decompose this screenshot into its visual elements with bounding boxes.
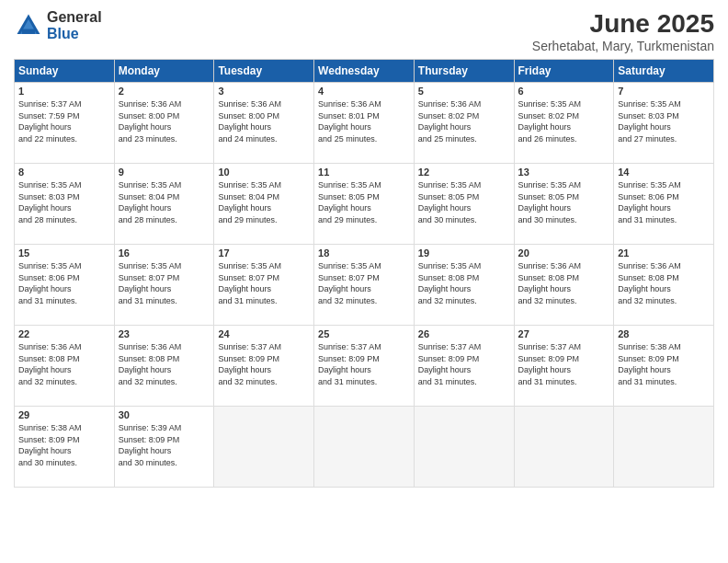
day-info: Sunrise: 5:35 AM Sunset: 8:05 PM Dayligh… bbox=[518, 179, 610, 225]
day-number: 17 bbox=[218, 247, 310, 259]
table-row: 30 Sunrise: 5:39 AM Sunset: 8:09 PM Dayl… bbox=[114, 407, 214, 488]
table-row: 5 Sunrise: 5:36 AM Sunset: 8:02 PM Dayli… bbox=[414, 83, 514, 164]
table-row bbox=[414, 407, 514, 488]
logo-general-text: General bbox=[47, 9, 102, 26]
table-row: 6 Sunrise: 5:35 AM Sunset: 8:02 PM Dayli… bbox=[514, 83, 614, 164]
table-row: 9 Sunrise: 5:35 AM Sunset: 8:04 PM Dayli… bbox=[114, 164, 214, 245]
day-number: 27 bbox=[518, 328, 610, 339]
day-number: 20 bbox=[518, 247, 610, 259]
day-number: 19 bbox=[418, 247, 510, 259]
day-number: 16 bbox=[119, 247, 210, 259]
day-number: 4 bbox=[318, 86, 410, 97]
day-number: 9 bbox=[119, 167, 210, 178]
day-info: Sunrise: 5:35 AM Sunset: 8:03 PM Dayligh… bbox=[618, 98, 710, 144]
day-info: Sunrise: 5:35 AM Sunset: 8:04 PM Dayligh… bbox=[218, 179, 310, 225]
day-number: 22 bbox=[18, 328, 110, 339]
day-number: 1 bbox=[18, 86, 110, 97]
table-row: 16 Sunrise: 5:35 AM Sunset: 8:07 PM Dayl… bbox=[114, 245, 214, 326]
day-info: Sunrise: 5:35 AM Sunset: 8:06 PM Dayligh… bbox=[618, 179, 710, 225]
day-number: 7 bbox=[618, 86, 710, 97]
day-number: 18 bbox=[318, 247, 410, 259]
table-row: 4 Sunrise: 5:36 AM Sunset: 8:01 PM Dayli… bbox=[314, 83, 415, 164]
day-number: 26 bbox=[418, 328, 510, 339]
week-row: 1 Sunrise: 5:37 AM Sunset: 7:59 PM Dayli… bbox=[15, 83, 714, 164]
day-number: 10 bbox=[218, 167, 310, 178]
svg-rect-2 bbox=[22, 29, 35, 33]
day-info: Sunrise: 5:35 AM Sunset: 8:04 PM Dayligh… bbox=[119, 179, 210, 225]
title-block: June 2025 Serhetabat, Mary, Turkmenistan bbox=[532, 9, 714, 53]
day-info: Sunrise: 5:35 AM Sunset: 8:05 PM Dayligh… bbox=[318, 179, 410, 225]
day-number: 28 bbox=[618, 328, 710, 339]
table-row: 14 Sunrise: 5:35 AM Sunset: 8:06 PM Dayl… bbox=[614, 164, 714, 245]
day-info: Sunrise: 5:36 AM Sunset: 8:08 PM Dayligh… bbox=[518, 260, 610, 306]
table-row bbox=[514, 407, 614, 488]
day-number: 5 bbox=[418, 86, 510, 97]
day-number: 15 bbox=[18, 247, 110, 259]
table-row: 23 Sunrise: 5:36 AM Sunset: 8:08 PM Dayl… bbox=[114, 326, 214, 407]
day-number: 14 bbox=[618, 167, 710, 178]
day-info: Sunrise: 5:35 AM Sunset: 8:06 PM Dayligh… bbox=[18, 260, 110, 306]
day-info: Sunrise: 5:37 AM Sunset: 8:09 PM Dayligh… bbox=[318, 341, 410, 387]
day-info: Sunrise: 5:37 AM Sunset: 7:59 PM Dayligh… bbox=[18, 98, 110, 144]
table-row: 24 Sunrise: 5:37 AM Sunset: 8:09 PM Dayl… bbox=[214, 326, 314, 407]
header: General Blue June 2025 Serhetabat, Mary,… bbox=[14, 9, 714, 53]
day-number: 3 bbox=[218, 86, 310, 97]
table-row bbox=[214, 407, 314, 488]
day-info: Sunrise: 5:37 AM Sunset: 8:09 PM Dayligh… bbox=[518, 341, 610, 387]
header-row: Sunday Monday Tuesday Wednesday Thursday… bbox=[15, 60, 714, 83]
table-row: 26 Sunrise: 5:37 AM Sunset: 8:09 PM Dayl… bbox=[414, 326, 514, 407]
table-row bbox=[614, 407, 714, 488]
day-number: 29 bbox=[18, 409, 110, 420]
table-row: 8 Sunrise: 5:35 AM Sunset: 8:03 PM Dayli… bbox=[15, 164, 115, 245]
table-row: 12 Sunrise: 5:35 AM Sunset: 8:05 PM Dayl… bbox=[414, 164, 514, 245]
table-row: 25 Sunrise: 5:37 AM Sunset: 8:09 PM Dayl… bbox=[314, 326, 415, 407]
day-info: Sunrise: 5:36 AM Sunset: 8:08 PM Dayligh… bbox=[618, 260, 710, 306]
day-info: Sunrise: 5:36 AM Sunset: 8:00 PM Dayligh… bbox=[119, 98, 210, 144]
location-subtitle: Serhetabat, Mary, Turkmenistan bbox=[532, 39, 714, 53]
week-row: 15 Sunrise: 5:35 AM Sunset: 8:06 PM Dayl… bbox=[15, 245, 714, 326]
day-info: Sunrise: 5:37 AM Sunset: 8:09 PM Dayligh… bbox=[218, 341, 310, 387]
col-tuesday: Tuesday bbox=[214, 60, 314, 83]
week-row: 8 Sunrise: 5:35 AM Sunset: 8:03 PM Dayli… bbox=[15, 164, 714, 245]
day-number: 2 bbox=[119, 86, 210, 97]
day-info: Sunrise: 5:35 AM Sunset: 8:02 PM Dayligh… bbox=[518, 98, 610, 144]
day-info: Sunrise: 5:35 AM Sunset: 8:03 PM Dayligh… bbox=[18, 179, 110, 225]
day-info: Sunrise: 5:36 AM Sunset: 8:00 PM Dayligh… bbox=[218, 98, 310, 144]
table-row: 7 Sunrise: 5:35 AM Sunset: 8:03 PM Dayli… bbox=[614, 83, 714, 164]
col-thursday: Thursday bbox=[414, 60, 514, 83]
day-number: 13 bbox=[518, 167, 610, 178]
table-row: 17 Sunrise: 5:35 AM Sunset: 8:07 PM Dayl… bbox=[214, 245, 314, 326]
logo: General Blue bbox=[14, 9, 102, 41]
table-row: 2 Sunrise: 5:36 AM Sunset: 8:00 PM Dayli… bbox=[114, 83, 214, 164]
col-sunday: Sunday bbox=[15, 60, 115, 83]
table-row: 1 Sunrise: 5:37 AM Sunset: 7:59 PM Dayli… bbox=[15, 83, 115, 164]
table-row: 13 Sunrise: 5:35 AM Sunset: 8:05 PM Dayl… bbox=[514, 164, 614, 245]
table-row: 21 Sunrise: 5:36 AM Sunset: 8:08 PM Dayl… bbox=[614, 245, 714, 326]
week-row: 22 Sunrise: 5:36 AM Sunset: 8:08 PM Dayl… bbox=[15, 326, 714, 407]
day-info: Sunrise: 5:35 AM Sunset: 8:05 PM Dayligh… bbox=[418, 179, 510, 225]
day-number: 8 bbox=[18, 167, 110, 178]
day-info: Sunrise: 5:37 AM Sunset: 8:09 PM Dayligh… bbox=[418, 341, 510, 387]
day-info: Sunrise: 5:38 AM Sunset: 8:09 PM Dayligh… bbox=[18, 422, 110, 468]
table-row: 28 Sunrise: 5:38 AM Sunset: 8:09 PM Dayl… bbox=[614, 326, 714, 407]
table-row: 15 Sunrise: 5:35 AM Sunset: 8:06 PM Dayl… bbox=[15, 245, 115, 326]
calendar-table: Sunday Monday Tuesday Wednesday Thursday… bbox=[14, 59, 714, 488]
table-row: 11 Sunrise: 5:35 AM Sunset: 8:05 PM Dayl… bbox=[314, 164, 415, 245]
col-saturday: Saturday bbox=[614, 60, 714, 83]
table-row: 27 Sunrise: 5:37 AM Sunset: 8:09 PM Dayl… bbox=[514, 326, 614, 407]
table-row: 3 Sunrise: 5:36 AM Sunset: 8:00 PM Dayli… bbox=[214, 83, 314, 164]
table-row: 20 Sunrise: 5:36 AM Sunset: 8:08 PM Dayl… bbox=[514, 245, 614, 326]
col-wednesday: Wednesday bbox=[314, 60, 415, 83]
day-info: Sunrise: 5:39 AM Sunset: 8:09 PM Dayligh… bbox=[119, 422, 210, 468]
table-row: 10 Sunrise: 5:35 AM Sunset: 8:04 PM Dayl… bbox=[214, 164, 314, 245]
day-number: 6 bbox=[518, 86, 610, 97]
day-info: Sunrise: 5:35 AM Sunset: 8:07 PM Dayligh… bbox=[318, 260, 410, 306]
logo-text: General Blue bbox=[47, 9, 102, 41]
day-info: Sunrise: 5:36 AM Sunset: 8:02 PM Dayligh… bbox=[418, 98, 510, 144]
logo-blue-text: Blue bbox=[47, 26, 102, 42]
day-number: 25 bbox=[318, 328, 410, 339]
table-row: 19 Sunrise: 5:35 AM Sunset: 8:08 PM Dayl… bbox=[414, 245, 514, 326]
table-row: 18 Sunrise: 5:35 AM Sunset: 8:07 PM Dayl… bbox=[314, 245, 415, 326]
day-number: 30 bbox=[119, 409, 210, 420]
day-info: Sunrise: 5:36 AM Sunset: 8:01 PM Dayligh… bbox=[318, 98, 410, 144]
